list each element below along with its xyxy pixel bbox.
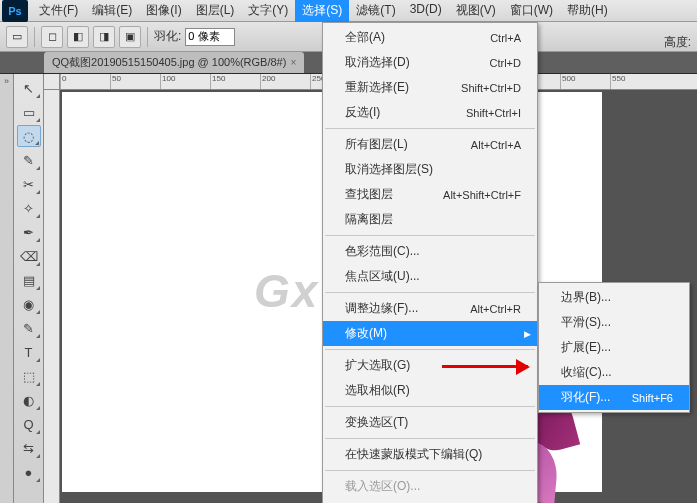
tool-8[interactable]: ▤ <box>17 269 41 291</box>
dock-left: » <box>0 74 14 503</box>
menu-item[interactable]: 全部(A)Ctrl+A <box>323 25 537 50</box>
menu-separator <box>325 292 535 293</box>
chevron-right-icon[interactable]: » <box>0 74 13 86</box>
intersect-selection-icon[interactable]: ▣ <box>119 26 141 48</box>
tool-16[interactable]: ● <box>17 461 41 483</box>
menu-separator <box>325 470 535 471</box>
menu-item[interactable]: 调整边缘(F)...Alt+Ctrl+R <box>323 296 537 321</box>
submenu-item-label: 羽化(F)... <box>561 389 610 406</box>
ruler-corner <box>44 74 60 90</box>
tool-6[interactable]: ✒ <box>17 221 41 243</box>
menu-item[interactable]: 查找图层Alt+Shift+Ctrl+F <box>323 182 537 207</box>
menu-item-label: 调整边缘(F)... <box>345 300 418 317</box>
menu-item[interactable]: 反选(I)Shift+Ctrl+I <box>323 100 537 125</box>
submenu-item[interactable]: 边界(B)... <box>539 285 689 310</box>
modify-submenu: 边界(B)...平滑(S)...扩展(E)...收缩(C)...羽化(F)...… <box>538 282 690 413</box>
selection-mode-icon[interactable]: ▭ <box>6 26 28 48</box>
menu-item-label: 变换选区(T) <box>345 414 408 431</box>
menu-item[interactable]: 在快速蒙版模式下编辑(Q) <box>323 442 537 467</box>
menubar-item-6[interactable]: 滤镜(T) <box>349 0 402 22</box>
submenu-item-label: 平滑(S)... <box>561 314 611 331</box>
menu-item[interactable]: 色彩范围(C)... <box>323 239 537 264</box>
menubar-item-8[interactable]: 视图(V) <box>449 0 503 22</box>
tool-3[interactable]: ✎ <box>17 149 41 171</box>
document-tab[interactable]: QQ截图20190515150405.jpg @ 100%(RGB/8#) × <box>44 52 304 73</box>
menu-item-label: 所有图层(L) <box>345 136 408 153</box>
menu-item[interactable]: 修改(M)▶ <box>323 321 537 346</box>
menu-item[interactable]: 扩大选取(G) <box>323 353 537 378</box>
tool-14[interactable]: Q <box>17 413 41 435</box>
new-selection-icon[interactable]: ◻ <box>41 26 63 48</box>
menu-item-shortcut: Ctrl+A <box>490 32 521 44</box>
menu-item[interactable]: 取消选择(D)Ctrl+D <box>323 50 537 75</box>
submenu-item-label: 边界(B)... <box>561 289 611 306</box>
menu-item-label: 扩大选取(G) <box>345 357 410 374</box>
menu-separator <box>325 438 535 439</box>
tool-7[interactable]: ⌫ <box>17 245 41 267</box>
feather-label: 羽化: <box>154 28 181 45</box>
menu-item[interactable]: 所有图层(L)Alt+Ctrl+A <box>323 132 537 157</box>
menu-item[interactable]: 存储选区(V)... <box>323 499 537 503</box>
menu-item-shortcut: Alt+Ctrl+A <box>471 139 521 151</box>
submenu-item[interactable]: 扩展(E)... <box>539 335 689 360</box>
tool-11[interactable]: T <box>17 341 41 363</box>
menu-item-shortcut: Shift+Ctrl+D <box>461 82 521 94</box>
close-icon[interactable]: × <box>290 57 296 68</box>
menu-item-label: 重新选择(E) <box>345 79 409 96</box>
menubar-item-9[interactable]: 窗口(W) <box>503 0 560 22</box>
ps-logo: Ps <box>2 0 28 22</box>
menu-item[interactable]: 重新选择(E)Shift+Ctrl+D <box>323 75 537 100</box>
menubar-item-2[interactable]: 图像(I) <box>139 0 188 22</box>
tool-12[interactable]: ⬚ <box>17 365 41 387</box>
submenu-item-label: 扩展(E)... <box>561 339 611 356</box>
menu-item-label: 取消选择(D) <box>345 54 410 71</box>
menubar-item-10[interactable]: 帮助(H) <box>560 0 615 22</box>
tool-13[interactable]: ◐ <box>17 389 41 411</box>
menu-separator <box>325 235 535 236</box>
menubar: Ps 文件(F)编辑(E)图像(I)图层(L)文字(Y)选择(S)滤镜(T)3D… <box>0 0 697 22</box>
menu-item[interactable]: 隔离图层 <box>323 207 537 232</box>
menubar-item-0[interactable]: 文件(F) <box>32 0 85 22</box>
menu-separator <box>325 349 535 350</box>
submenu-arrow-icon: ▶ <box>524 329 531 339</box>
tool-5[interactable]: ✧ <box>17 197 41 219</box>
tool-palette: ↖▭◌✎✂✧✒⌫▤◉✎T⬚◐Q⇆● <box>14 74 44 503</box>
submenu-item[interactable]: 平滑(S)... <box>539 310 689 335</box>
tool-2[interactable]: ◌ <box>17 125 41 147</box>
tool-15[interactable]: ⇆ <box>17 437 41 459</box>
add-selection-icon[interactable]: ◧ <box>67 26 89 48</box>
tool-10[interactable]: ✎ <box>17 317 41 339</box>
menu-item[interactable]: 选取相似(R) <box>323 378 537 403</box>
menu-item[interactable]: 取消选择图层(S) <box>323 157 537 182</box>
height-label: 高度: <box>664 34 691 51</box>
tool-4[interactable]: ✂ <box>17 173 41 195</box>
tool-1[interactable]: ▭ <box>17 101 41 123</box>
menu-item-label: 全部(A) <box>345 29 385 46</box>
tool-0[interactable]: ↖ <box>17 77 41 99</box>
submenu-item[interactable]: 收缩(C)... <box>539 360 689 385</box>
tool-9[interactable]: ◉ <box>17 293 41 315</box>
submenu-item[interactable]: 羽化(F)...Shift+F6 <box>539 385 689 410</box>
menu-item: 载入选区(O)... <box>323 474 537 499</box>
menu-item[interactable]: 焦点区域(U)... <box>323 264 537 289</box>
submenu-item-shortcut: Shift+F6 <box>632 392 673 404</box>
menu-item-label: 焦点区域(U)... <box>345 268 420 285</box>
menu-item[interactable]: 变换选区(T) <box>323 410 537 435</box>
menu-item-label: 查找图层 <box>345 186 393 203</box>
tab-title: QQ截图20190515150405.jpg @ 100%(RGB/8#) <box>52 55 286 70</box>
menubar-item-4[interactable]: 文字(Y) <box>241 0 295 22</box>
feather-input[interactable] <box>185 28 235 46</box>
menubar-item-5[interactable]: 选择(S) <box>295 0 349 22</box>
menubar-item-1[interactable]: 编辑(E) <box>85 0 139 22</box>
subtract-selection-icon[interactable]: ◨ <box>93 26 115 48</box>
menu-item-shortcut: Alt+Ctrl+R <box>470 303 521 315</box>
menu-item-label: 载入选区(O)... <box>345 478 420 495</box>
ruler-vertical <box>44 90 60 503</box>
menu-item-label: 色彩范围(C)... <box>345 243 420 260</box>
menu-item-label: 隔离图层 <box>345 211 393 228</box>
menubar-item-7[interactable]: 3D(D) <box>403 0 449 22</box>
menubar-item-3[interactable]: 图层(L) <box>189 0 242 22</box>
submenu-item-label: 收缩(C)... <box>561 364 612 381</box>
select-menu-dropdown: 全部(A)Ctrl+A取消选择(D)Ctrl+D重新选择(E)Shift+Ctr… <box>322 22 538 503</box>
menu-item-shortcut: Shift+Ctrl+I <box>466 107 521 119</box>
